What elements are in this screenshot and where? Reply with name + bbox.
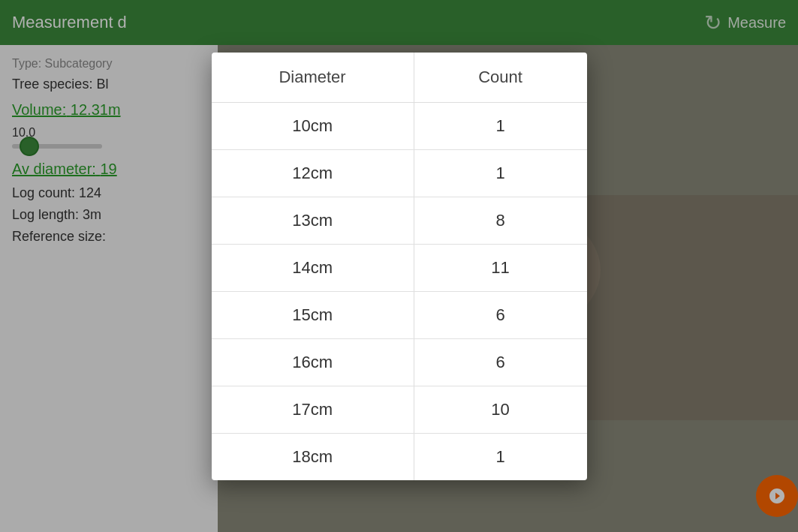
diameter-count-table: Diameter Count 10cm112cm113cm814cm1115cm… [212,53,587,480]
table-row: 10cm1 [212,102,587,149]
table-cell-diameter: 13cm [212,197,414,244]
table-cell-count: 8 [414,197,586,244]
modal-overlay[interactable]: Diameter Count 10cm112cm113cm814cm1115cm… [0,0,798,532]
table-cell-count: 11 [414,244,586,291]
table-row: 12cm1 [212,149,587,197]
table-cell-diameter: 12cm [212,149,414,197]
table-row: 13cm8 [212,197,587,244]
table-cell-count: 10 [414,386,586,433]
table-cell-count: 1 [414,149,586,197]
diameter-count-dialog: Diameter Count 10cm112cm113cm814cm1115cm… [212,53,587,480]
table-row: 15cm6 [212,291,587,338]
table-header-count: Count [414,53,586,103]
table-cell-count: 6 [414,291,586,338]
table-cell-diameter: 17cm [212,386,414,433]
table-cell-count: 6 [414,338,586,386]
table-row: 17cm10 [212,386,587,433]
table-cell-diameter: 18cm [212,433,414,480]
table-row: 16cm6 [212,338,587,386]
table-cell-count: 1 [414,102,586,149]
table-row: 18cm1 [212,433,587,480]
table-cell-diameter: 15cm [212,291,414,338]
table-cell-diameter: 10cm [212,102,414,149]
table-header-diameter: Diameter [212,53,414,103]
table-row: 14cm11 [212,244,587,291]
table-cell-diameter: 16cm [212,338,414,386]
table-cell-diameter: 14cm [212,244,414,291]
table-cell-count: 1 [414,433,586,480]
